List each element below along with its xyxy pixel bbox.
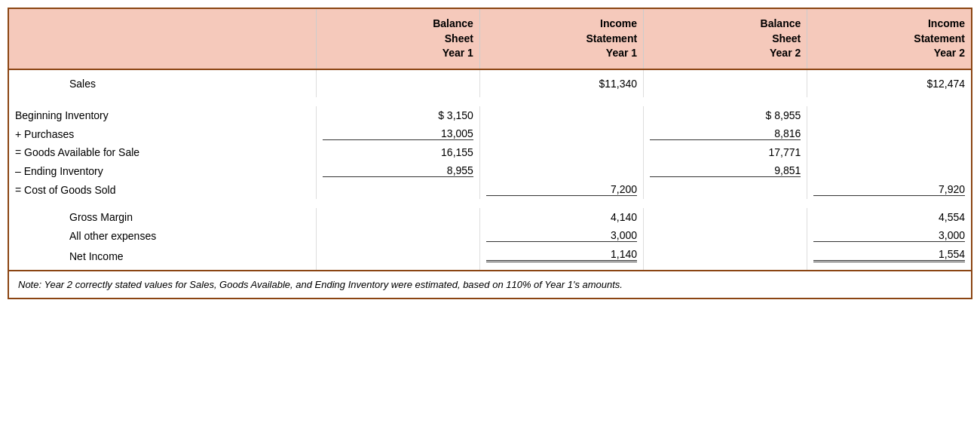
- all-other-y2-is-value: 3,000: [813, 229, 965, 242]
- purchases-y1-bs: 13,005: [316, 124, 479, 143]
- ending-inv-y2-bs-value: 9,851: [650, 164, 801, 177]
- net-income-row: Net Income 1,140 1,554: [9, 245, 971, 271]
- all-other-y1-is: 3,000: [479, 226, 643, 245]
- net-income-y2-is: 1,554: [807, 245, 971, 271]
- header-col0: [9, 9, 316, 69]
- beginning-inv-y2-bs: $ 8,955: [644, 106, 807, 124]
- cogs-label: = Cost of Goods Sold: [9, 180, 316, 199]
- gross-margin-y1-is: 4,140: [479, 208, 643, 226]
- goods-avail-y1-bs: 16,155: [316, 143, 479, 161]
- all-other-y1-is-value: 3,000: [486, 229, 637, 242]
- purchases-y1-bs-value: 13,005: [323, 127, 473, 140]
- gross-margin-row: Gross Margin 4,140 4,554: [9, 208, 971, 226]
- cogs-y2-is-value: 7,920: [813, 183, 965, 196]
- note-text: Note: Year 2 correctly stated values for…: [9, 271, 971, 298]
- all-other-y2-is: 3,000: [807, 226, 971, 245]
- ending-inv-label: – Ending Inventory: [9, 161, 316, 180]
- ending-inv-y1-bs: 8,955: [316, 161, 479, 180]
- all-other-label: All other expenses: [9, 226, 316, 245]
- gross-margin-label: Gross Margin: [9, 208, 316, 226]
- ending-inv-y2-bs: 9,851: [644, 161, 807, 180]
- gross-margin-y2-is: 4,554: [807, 208, 971, 226]
- net-income-y1-is-value: 1,140: [486, 248, 637, 262]
- spacer1: [9, 97, 971, 106]
- purchases-label: + Purchases: [9, 124, 316, 143]
- beginning-inventory-row: Beginning Inventory $ 3,150 $ 8,955: [9, 106, 971, 124]
- header-col4: IncomeStatementYear 2: [807, 9, 971, 69]
- sales-is-y1: $11,340: [479, 69, 643, 97]
- spacer2: [9, 199, 971, 208]
- beginning-inv-y1-bs: $ 3,150: [316, 106, 479, 124]
- purchases-y2-bs-value: 8,816: [650, 127, 801, 140]
- net-income-y2-is-value: 1,554: [813, 248, 965, 262]
- sales-bs-y1: [316, 69, 479, 97]
- sales-label: Sales: [9, 69, 316, 97]
- note-row: Note: Year 2 correctly stated values for…: [9, 271, 971, 298]
- sales-row: Sales $11,340 $12,474: [9, 69, 971, 97]
- cogs-row: = Cost of Goods Sold 7,200 7,920: [9, 180, 971, 199]
- sales-bs-y2: [644, 69, 807, 97]
- main-table-container: BalanceSheetYear 1 IncomeStatementYear 1…: [8, 8, 972, 299]
- goods-available-row: = Goods Available for Sale 16,155 17,771: [9, 143, 971, 161]
- beginning-inv-label: Beginning Inventory: [9, 106, 316, 124]
- sales-is-y2: $12,474: [807, 69, 971, 97]
- cogs-y1-is: 7,200: [479, 180, 643, 199]
- ending-inventory-row: – Ending Inventory 8,955 9,851: [9, 161, 971, 180]
- net-income-label: Net Income: [9, 245, 316, 271]
- goods-avail-label: = Goods Available for Sale: [9, 143, 316, 161]
- goods-avail-y2-bs: 17,771: [644, 143, 807, 161]
- header-col3: BalanceSheetYear 2: [644, 9, 807, 69]
- ending-inv-y1-bs-value: 8,955: [323, 164, 473, 177]
- header-col1: BalanceSheetYear 1: [316, 9, 479, 69]
- cogs-y1-is-value: 7,200: [486, 183, 637, 196]
- header-col2: IncomeStatementYear 1: [479, 9, 643, 69]
- all-other-expenses-row: All other expenses 3,000 3,000: [9, 226, 971, 245]
- purchases-row: + Purchases 13,005 8,816: [9, 124, 971, 143]
- cogs-y2-is: 7,920: [807, 180, 971, 199]
- net-income-y1-is: 1,140: [479, 245, 643, 271]
- purchases-y2-bs: 8,816: [644, 124, 807, 143]
